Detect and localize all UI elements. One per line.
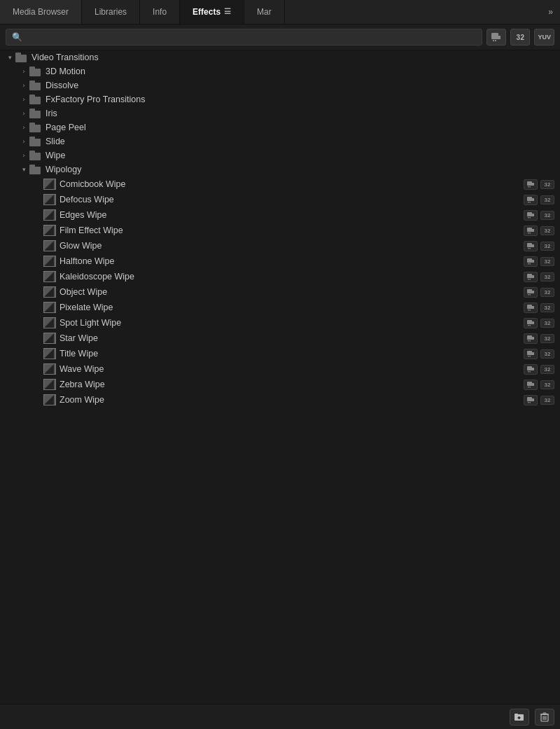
svg-rect-56 — [527, 382, 532, 386]
folder-item-video-transitions[interactable]: ▾Video Transitions — [0, 50, 560, 64]
svg-rect-11 — [529, 202, 531, 203]
folder-icon — [29, 109, 42, 118]
search-icon: 🔍 — [12, 32, 22, 42]
32bit-badge: 32 — [540, 334, 554, 343]
svg-rect-24 — [527, 258, 532, 263]
folder-item-wipology[interactable]: ▾Wipology — [0, 162, 560, 176]
search-input[interactable] — [26, 32, 476, 42]
effects-menu-icon[interactable]: ☰ — [224, 7, 231, 16]
svg-rect-70 — [543, 713, 546, 714]
svg-rect-62 — [528, 402, 529, 403]
svg-marker-53 — [531, 368, 534, 370]
svg-marker-33 — [531, 291, 534, 293]
svg-marker-49 — [531, 352, 534, 355]
folder-item-wipe[interactable]: ›Wipe — [0, 148, 560, 162]
32bit-badge: 32 — [540, 288, 554, 297]
svg-rect-59 — [529, 387, 531, 388]
svg-rect-26 — [528, 263, 529, 265]
folder-item-page-peel[interactable]: ›Page Peel — [0, 120, 560, 134]
effect-item-film-effect-wipe[interactable]: Film Effect Wipe32 — [0, 223, 560, 238]
effect-item-title-wipe[interactable]: Title Wipe32 — [0, 346, 560, 361]
svg-rect-55 — [529, 371, 531, 373]
accelerated-effects-button[interactable] — [486, 29, 506, 46]
accelerated-badge — [524, 256, 538, 267]
folder-item-iris[interactable]: ›Iris — [0, 106, 560, 120]
badge-group: 32 — [524, 303, 554, 313]
tab-effects[interactable]: Effects ☰ — [180, 0, 244, 24]
effect-item-wave-wipe[interactable]: Wave Wipe32 — [0, 361, 560, 377]
effect-transition-icon — [43, 317, 56, 328]
folder-item-dissolve[interactable]: ›Dissolve — [0, 78, 560, 92]
effect-item-zoom-wipe[interactable]: Zoom Wipe32 — [0, 392, 560, 408]
32bit-effects-button[interactable]: 32 — [510, 29, 530, 46]
svg-rect-27 — [529, 263, 531, 265]
effect-item-defocus-wipe[interactable]: Defocus Wipe32 — [0, 192, 560, 207]
folder-label: Iris — [46, 109, 560, 118]
svg-rect-42 — [528, 325, 529, 326]
delete-button[interactable] — [535, 709, 554, 725]
svg-rect-7 — [529, 186, 531, 188]
effect-item-pixelate-wipe[interactable]: Pixelate Wipe32 — [0, 300, 560, 315]
svg-rect-31 — [529, 279, 531, 280]
folder-label: Wipology — [46, 165, 560, 174]
effect-label: Pixelate Wipe — [59, 303, 524, 312]
accelerated-badge — [524, 333, 538, 344]
32bit-badge: 32 — [540, 365, 554, 374]
folder-item-fxfactory[interactable]: ›FxFactory Pro Transitions — [0, 92, 560, 106]
tab-mar[interactable]: Mar — [244, 0, 285, 24]
svg-rect-51 — [529, 356, 531, 357]
folder-label: Video Transitions — [31, 53, 560, 62]
folder-item-3d-motion[interactable]: ›3D Motion — [0, 64, 560, 78]
accelerated-badge — [524, 380, 538, 390]
effect-item-kaleidoscope-wipe[interactable]: Kaleidoscope Wipe32 — [0, 269, 560, 284]
svg-rect-39 — [529, 310, 531, 311]
tab-info[interactable]: Info — [140, 0, 180, 24]
svg-rect-10 — [528, 202, 529, 203]
folder-icon — [29, 81, 42, 90]
32bit-badge: 32 — [540, 396, 554, 405]
effect-label: Object Wipe — [59, 287, 524, 297]
tab-media-browser[interactable]: Media Browser — [0, 0, 82, 24]
chevron-icon: › — [18, 110, 29, 117]
effect-label: Edges Wipe — [59, 210, 524, 220]
svg-rect-34 — [528, 294, 529, 296]
effect-transition-icon — [43, 363, 56, 375]
effect-item-zebra-wipe[interactable]: Zebra Wipe32 — [0, 377, 560, 392]
folder-item-slide[interactable]: ›Slide — [0, 134, 560, 148]
effect-item-halftone-wipe[interactable]: Halftone Wipe32 — [0, 254, 560, 269]
badge-group: 32 — [524, 241, 554, 251]
svg-rect-4 — [527, 181, 532, 186]
folder-label: FxFactory Pro Transitions — [46, 95, 560, 104]
yuv-effects-button[interactable]: YUV — [534, 29, 554, 46]
svg-rect-44 — [527, 335, 532, 340]
effect-item-spotlight-wipe[interactable]: Spot Light Wipe32 — [0, 315, 560, 331]
effect-label: Wave Wipe — [59, 364, 524, 374]
effect-item-comicbook-wipe[interactable]: Comicbook Wipe32 — [0, 176, 560, 192]
accelerated-badge — [524, 241, 538, 251]
accelerated-badge — [524, 303, 538, 313]
folder-icon — [29, 165, 42, 174]
svg-rect-30 — [528, 279, 529, 280]
svg-rect-58 — [528, 387, 529, 388]
svg-rect-35 — [529, 294, 531, 296]
new-folder-button[interactable] — [510, 709, 529, 725]
effect-transition-icon — [43, 333, 56, 344]
folder-icon — [29, 123, 42, 132]
badge-group: 32 — [524, 395, 554, 405]
svg-rect-28 — [527, 274, 532, 278]
svg-marker-57 — [531, 383, 534, 386]
tab-libraries[interactable]: Libraries — [82, 0, 140, 24]
effect-item-glow-wipe[interactable]: Glow Wipe32 — [0, 238, 560, 254]
32bit-badge: 32 — [540, 272, 554, 282]
32bit-badge: 32 — [540, 303, 554, 312]
effect-item-edges-wipe[interactable]: Edges Wipe32 — [0, 207, 560, 223]
more-tabs-button[interactable]: » — [541, 0, 560, 24]
folder-label: 3D Motion — [46, 67, 560, 76]
svg-marker-13 — [531, 214, 534, 216]
svg-rect-50 — [528, 356, 529, 357]
32bit-badge: 32 — [540, 319, 554, 328]
effect-transition-icon — [43, 394, 56, 405]
32bit-badge: 32 — [540, 257, 554, 266]
effect-item-object-wipe[interactable]: Object Wipe32 — [0, 284, 560, 300]
effect-item-star-wipe[interactable]: Star Wipe32 — [0, 331, 560, 346]
